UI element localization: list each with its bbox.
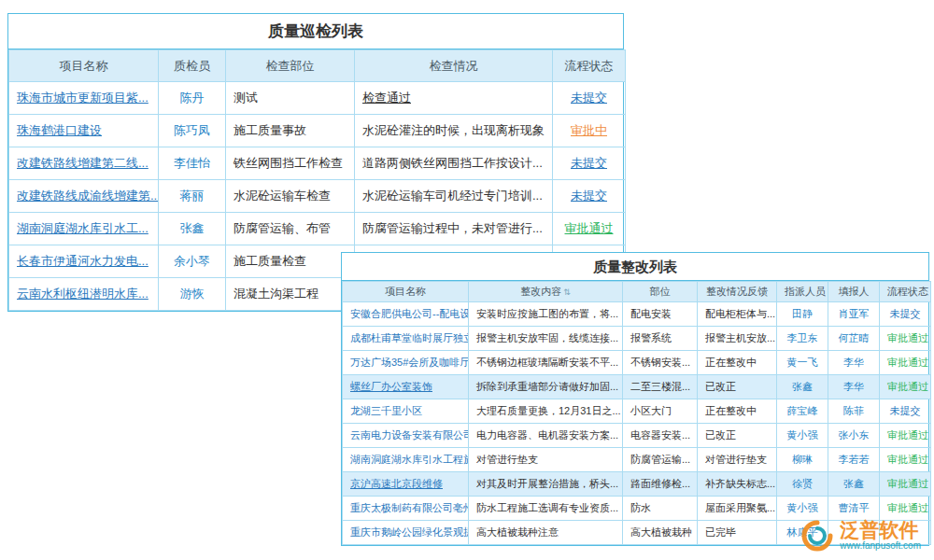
rectify-content: 对管进行垫支 — [469, 448, 623, 472]
inspector-name: 陈丹 — [159, 82, 226, 115]
situation-link[interactable]: 检查通过 — [362, 91, 411, 105]
table-row: 重庆太极制药有限公司亳州中... 防水工程施工选调有专业资质... 防水 屋面采… — [343, 497, 931, 521]
project-link[interactable]: 珠海市城市更新项目紫... — [17, 91, 149, 105]
brand-url: www.fanpusoft.com — [840, 540, 921, 552]
feedback: 已完毕 — [698, 521, 777, 545]
rectification-panel-title: 质量整改列表 — [342, 253, 928, 281]
inspector-name: 陈巧凤 — [159, 115, 226, 147]
status-link[interactable]: 未提交 — [890, 405, 921, 416]
rectify-content: 安装时应按施工图的布置，将... — [469, 302, 623, 327]
feedback: 已改正 — [698, 424, 777, 448]
brand-name: 泛普软件 — [840, 520, 921, 540]
reporter: 肖亚军 — [828, 302, 880, 327]
status-link[interactable]: 审批通过 — [887, 429, 928, 441]
table-row: 龙湖三千里小区 大理石质量更换，12月31日之... 小区大门 正在整改中 薛宝… — [343, 399, 931, 424]
part: 路面维修检... — [623, 472, 698, 497]
col-rectify-content[interactable]: 整改内容⇅ — [469, 282, 623, 302]
assignee: 徐贤 — [777, 472, 828, 497]
table-row: 螺丝厂办公室装饰 拆除到承重墙部分请做好加固... 二至三楼混... 已改正 张… — [343, 375, 931, 399]
inspection-part: 铁丝网围挡工作检查 — [226, 147, 355, 180]
project-link[interactable]: 螺丝厂办公室装饰 — [350, 381, 432, 392]
project-link[interactable]: 改建铁路线增建第二线... — [17, 156, 149, 170]
reporter: 陈菲 — [828, 399, 880, 424]
reporter: 李华 — [828, 351, 880, 375]
reporter: 曹清平 — [828, 497, 880, 521]
table-row: 湖南洞庭湖水库引水工... 张鑫 防腐管运输、布管 防腐管运输过程中，未对管进行… — [9, 213, 626, 245]
col-feedback: 整改情况反馈 — [698, 282, 777, 302]
project-link[interactable]: 万达广场35#会所及咖啡厅空... — [350, 357, 469, 368]
col-inspection-situation: 检查情况 — [355, 50, 553, 82]
status-link[interactable]: 审批通过 — [887, 502, 928, 513]
status-link[interactable]: 审批通过 — [887, 454, 928, 465]
table-row: 云南电力设备安装有限公司20... 电力电容器、电机器安装方案... 电容器安装… — [343, 424, 931, 448]
feedback: 正在整改中 — [698, 351, 777, 375]
project-link[interactable]: 重庆太极制药有限公司亳州中... — [350, 502, 469, 513]
status-link[interactable]: 审批通过 — [565, 221, 614, 235]
reporter: 李华 — [828, 375, 880, 399]
col-project-name: 项目名称 — [343, 282, 469, 302]
project-link[interactable]: 改建铁路线成渝线增建第... — [17, 189, 159, 203]
status-link[interactable]: 审批通过 — [887, 332, 928, 343]
project-link[interactable]: 湖南洞庭湖水库引水工... — [17, 221, 149, 235]
project-link[interactable]: 京沪高速北京段维修 — [350, 478, 443, 489]
rectify-content: 电力电容器、电机器安装方案... — [469, 424, 623, 448]
assignee: 黄小强 — [777, 424, 828, 448]
inspector-name: 李佳怡 — [159, 147, 226, 180]
col-inspection-part: 检查部位 — [226, 50, 355, 82]
assignee: 田静 — [777, 302, 828, 327]
sort-icon[interactable]: ⇅ — [563, 287, 571, 297]
inspection-situation: 道路两侧铁丝网围挡工作按设计... — [355, 147, 553, 180]
status-link[interactable]: 未提交 — [571, 91, 607, 105]
status-link[interactable]: 未提交 — [571, 156, 607, 170]
project-link[interactable]: 成都杜甫草堂临时展厅独立展... — [350, 332, 469, 343]
table-row: 万达广场35#会所及咖啡厅空... 不锈钢边框玻璃隔断安装不平... 不锈钢安装… — [343, 351, 931, 375]
rectification-header-row: 项目名称 整改内容⇅ 部位 整改情况反馈 指派人员 填报人 流程状态 — [343, 282, 931, 302]
status-link[interactable]: 审批通过 — [887, 478, 928, 489]
part: 高大植被栽种 — [623, 521, 698, 545]
project-link[interactable]: 龙湖三千里小区 — [350, 405, 422, 416]
feedback: 已改正 — [698, 375, 777, 399]
rectify-content: 防水工程施工选调有专业资质... — [469, 497, 623, 521]
col-inspector: 质检员 — [159, 50, 226, 82]
col-project-name: 项目名称 — [9, 50, 159, 82]
status-link[interactable]: 审批通过 — [887, 381, 928, 392]
col-assignee: 指派人员 — [777, 282, 828, 302]
table-row: 珠海市城市更新项目紫... 陈丹 测试 检查通过 未提交 — [9, 82, 626, 115]
reporter: 何芷晴 — [828, 327, 880, 351]
reporter: 李若若 — [828, 448, 880, 472]
feedback: 配电柜柜体与... — [698, 302, 777, 327]
project-link[interactable]: 云南电力设备安装有限公司20... — [350, 429, 469, 441]
col-flow-status: 流程状态 — [553, 50, 626, 82]
status-link[interactable]: 未提交 — [890, 308, 921, 319]
assignee: 张鑫 — [777, 375, 828, 399]
feedback: 屋面采用聚氨... — [698, 497, 777, 521]
inspector-name: 游恢 — [159, 278, 226, 311]
project-link[interactable]: 湖南洞庭湖水库引水工程施工标 — [350, 454, 469, 465]
col-part: 部位 — [623, 282, 698, 302]
assignee: 黄小强 — [777, 497, 828, 521]
project-link[interactable]: 云南水利枢纽潜明水库... — [17, 287, 149, 301]
inspection-panel-title: 质量巡检列表 — [8, 14, 623, 49]
assignee: 李卫东 — [777, 327, 828, 351]
table-row: 改建铁路线成渝线增建第... 蒋丽 水泥砼运输车检查 水泥砼运输车司机经过专门培… — [9, 180, 626, 213]
table-row: 改建铁路线增建第二线... 李佳怡 铁丝网围挡工作检查 道路两侧铁丝网围挡工作按… — [9, 147, 626, 180]
part: 小区大门 — [623, 399, 698, 424]
project-link[interactable]: 安徽合肥供电公司--配电设备... — [350, 308, 469, 319]
status-link[interactable]: 审批中 — [571, 123, 607, 137]
inspection-part: 防腐管运输、布管 — [226, 213, 355, 245]
inspector-name: 余小琴 — [159, 245, 226, 278]
status-link[interactable]: 未提交 — [571, 189, 607, 203]
project-link[interactable]: 重庆市鹅岭公园绿化景观提升... — [350, 526, 469, 538]
assignee: 柳琳 — [777, 448, 828, 472]
project-link[interactable]: 长春市伊通河水力发电... — [17, 254, 149, 268]
table-row: 京沪高速北京段维修 对其及时开展整治措施，桥头... 路面维修检... 补齐缺失… — [343, 472, 931, 497]
inspection-situation: 水泥砼灌注的时候，出现离析现象 — [355, 115, 553, 147]
feedback: 报警主机安放... — [698, 327, 777, 351]
status-link[interactable]: 审批通过 — [887, 357, 928, 368]
project-link[interactable]: 珠海鹤港口建设 — [17, 123, 102, 137]
feedback: 正在整改中 — [698, 399, 777, 424]
rectify-content: 不锈钢边框玻璃隔断安装不平... — [469, 351, 623, 375]
part: 二至三楼混... — [623, 375, 698, 399]
inspection-part: 测试 — [226, 82, 355, 115]
inspector-name: 蒋丽 — [159, 180, 226, 213]
